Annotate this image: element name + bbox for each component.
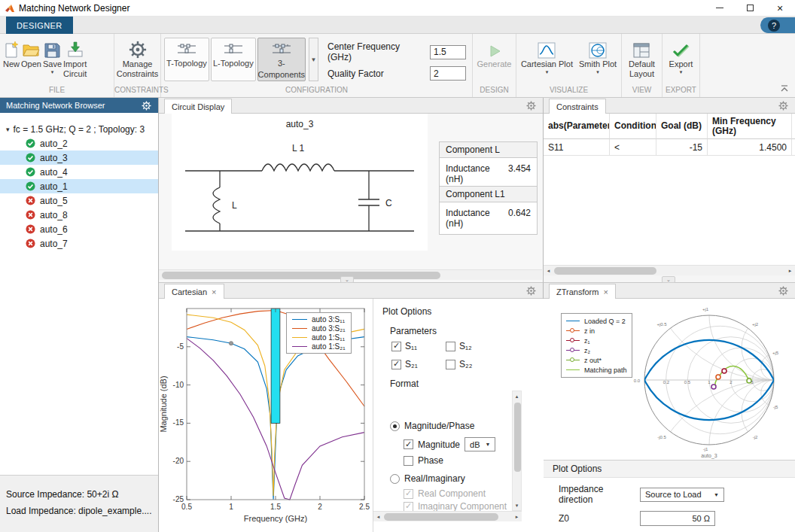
table-cell[interactable]: S11: [544, 139, 610, 156]
magnitude-unit-dropdown[interactable]: dB ▼: [465, 437, 495, 451]
column-header[interactable]: abs(Parameter): [544, 114, 610, 139]
help-button[interactable]: ?: [760, 17, 795, 33]
generate-button[interactable]: Generate: [477, 38, 512, 68]
table-cell[interactable]: -15: [656, 139, 708, 156]
phase-checkbox-row[interactable]: Phase: [404, 455, 443, 466]
minimize-button[interactable]: [705, 0, 735, 16]
scrollbar-thumb[interactable]: [162, 272, 440, 279]
export-button[interactable]: Export ▾: [669, 38, 693, 74]
cartesian-plot-button[interactable]: Cartesian Plot ▾: [521, 38, 573, 74]
scrollbar-thumb[interactable]: [514, 403, 521, 472]
z0-input[interactable]: 50 Ω: [640, 511, 715, 526]
tab-circuit-display[interactable]: Circuit Display: [164, 99, 232, 114]
save-button[interactable]: Save ▾: [43, 38, 62, 74]
column-header[interactable]: Min Frequency (GHz): [708, 114, 792, 139]
new-button[interactable]: New: [3, 38, 20, 68]
import-circuit-button[interactable]: Import Circuit: [63, 38, 87, 78]
tree-item-auto_7[interactable]: auto_7: [0, 236, 158, 251]
center-frequency-input[interactable]: 1.5: [430, 45, 466, 59]
tree-item-auto_5[interactable]: auto_5: [0, 193, 158, 208]
tab-ztransform[interactable]: ZTransform ×: [549, 284, 616, 299]
radio-icon[interactable]: [390, 421, 400, 431]
cartesian-settings-gear-icon[interactable]: [526, 286, 536, 296]
checkbox-icon[interactable]: [404, 502, 413, 512]
quality-factor-input[interactable]: 2: [430, 66, 466, 81]
scroll-right-arrow-icon[interactable]: ▸: [785, 266, 795, 275]
checkbox-icon[interactable]: [446, 360, 455, 369]
table-cell[interactable]: <: [610, 139, 656, 156]
options-horizontal-scrollbar[interactable]: ◂ ▸: [373, 511, 522, 521]
tab-cartesian[interactable]: Cartesian ×: [164, 284, 224, 299]
tree-item-auto_8[interactable]: auto_8: [0, 208, 158, 222]
z0-label: Z0: [559, 513, 640, 524]
close-button[interactable]: ×: [765, 0, 795, 16]
manage-constraints-button[interactable]: Manage Constraints: [117, 38, 159, 78]
param-checkbox-S₂₁[interactable]: S₂₁: [391, 359, 446, 369]
topology-gallery-dropdown[interactable]: ▼: [309, 38, 318, 81]
impedance-direction-dropdown[interactable]: Source to Load ▼: [640, 488, 724, 502]
checkbox-icon[interactable]: [446, 342, 455, 351]
t-topology-button[interactable]: T-Topology: [164, 38, 209, 81]
column-header[interactable]: Goal (dB): [656, 114, 708, 139]
tab-close-icon[interactable]: ×: [212, 288, 216, 296]
component-l1-value[interactable]: 0.642: [508, 208, 531, 229]
tab-close-icon[interactable]: ×: [603, 288, 608, 296]
collapse-ribbon-button[interactable]: [780, 84, 789, 95]
checkbox-icon[interactable]: [391, 360, 401, 369]
scroll-left-arrow-icon[interactable]: ◂: [373, 512, 383, 521]
scrollbar-thumb[interactable]: [384, 513, 498, 521]
tree-root-node[interactable]: ▾ fc = 1.5 GHz; Q = 2 ; Topology: 3: [0, 122, 158, 136]
tree-item-auto_6[interactable]: auto_6: [0, 222, 158, 236]
constraints-horizontal-scrollbar[interactable]: ◂ ▸: [544, 265, 795, 275]
checkbox-icon[interactable]: [404, 439, 413, 449]
scroll-down-arrow-icon[interactable]: ▾: [512, 500, 522, 510]
legend-entry: z in: [566, 326, 627, 336]
param-checkbox-S₁₁[interactable]: S₁₁: [391, 341, 446, 351]
checkbox-icon[interactable]: [391, 342, 401, 351]
default-layout-button[interactable]: Default Layout: [629, 38, 655, 78]
options-vertical-scrollbar[interactable]: ▴ ▾: [512, 391, 522, 511]
real-component-checkbox-row[interactable]: Real Component: [404, 488, 486, 499]
open-button[interactable]: Open: [21, 38, 41, 68]
splitter-handle[interactable]: ⌄: [340, 276, 354, 283]
magnitude-checkbox-row[interactable]: Magnitude dB ▼: [404, 437, 495, 451]
legend-line-sample: [292, 346, 307, 347]
tree-item-auto_4[interactable]: auto_4: [0, 165, 158, 179]
circuit-settings-gear-icon[interactable]: [526, 101, 536, 111]
checkbox-icon[interactable]: [404, 489, 413, 499]
scroll-right-arrow-icon[interactable]: ▸: [512, 512, 522, 521]
table-cell[interactable]: 1.4500: [708, 139, 792, 156]
browser-settings-gear-icon[interactable]: [142, 101, 151, 111]
scrollbar-thumb[interactable]: [554, 267, 656, 275]
ztransform-tab-label: ZTransform: [556, 287, 599, 296]
title-bar: Matching Network Designer ×: [0, 0, 795, 17]
l-topology-button[interactable]: L-Topology: [211, 38, 256, 81]
component-l-value[interactable]: 3.454: [508, 163, 531, 184]
data-cursor[interactable]: [229, 342, 233, 345]
tree-caret-icon[interactable]: ▾: [6, 126, 10, 133]
tab-constraints[interactable]: Constraints: [549, 99, 606, 114]
splitter-handle[interactable]: ⌄: [662, 276, 675, 283]
tree-item-auto_2[interactable]: auto_2: [0, 136, 158, 150]
imaginary-component-checkbox-row[interactable]: Imaginary Component: [404, 501, 507, 512]
maximize-button[interactable]: [735, 0, 765, 16]
param-checkbox-S₂₂[interactable]: S₂₂: [446, 359, 500, 369]
smith-plot-button[interactable]: Smith Plot ▾: [579, 38, 617, 74]
status-fail-icon: [26, 239, 35, 248]
table-cell[interactable]: 1.5500: [792, 139, 795, 156]
column-header[interactable]: Max Frequency (GHz): [792, 114, 795, 139]
tree-item-auto_3[interactable]: auto_3: [0, 150, 158, 165]
radio-icon[interactable]: [390, 474, 400, 484]
real-imaginary-radio[interactable]: Real/Imaginary: [390, 473, 465, 484]
scroll-left-arrow-icon[interactable]: ◂: [544, 266, 553, 275]
magnitude-phase-radio[interactable]: Magnitude/Phase: [390, 421, 474, 431]
checkbox-icon[interactable]: [404, 456, 413, 466]
ztransform-settings-gear-icon[interactable]: [778, 286, 788, 296]
tree-item-auto_1[interactable]: auto_1: [0, 179, 158, 193]
scroll-up-arrow-icon[interactable]: ▴: [512, 391, 522, 401]
tab-designer[interactable]: DESIGNER: [6, 17, 73, 34]
constraints-settings-gear-icon[interactable]: [778, 101, 788, 111]
column-header[interactable]: Condition: [610, 114, 656, 139]
param-checkbox-S₁₂[interactable]: S₁₂: [446, 341, 500, 351]
three-components-button[interactable]: 3- Components: [257, 38, 306, 81]
